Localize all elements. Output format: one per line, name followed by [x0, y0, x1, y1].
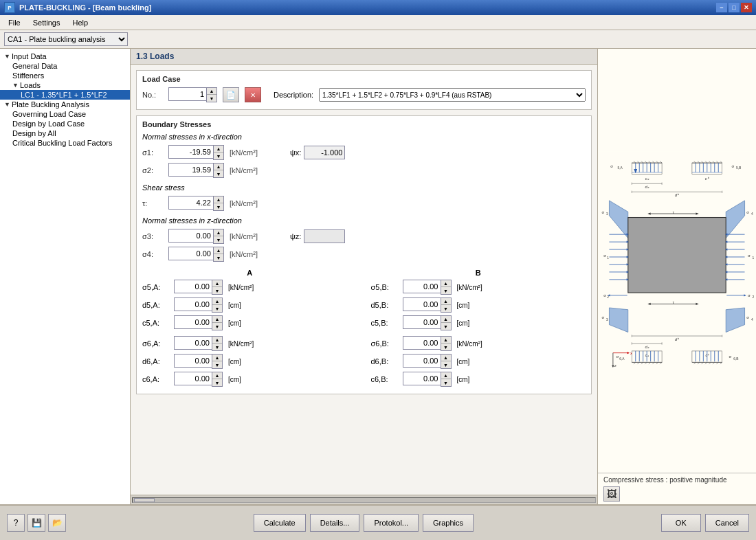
no-up[interactable]: ▲ — [207, 88, 216, 95]
psiz-input[interactable] — [304, 229, 345, 243]
d5a-down[interactable]: ▼ — [212, 305, 222, 312]
graphics-export-btn[interactable]: 🖼 — [603, 486, 620, 502]
sigma1-down[interactable]: ▼ — [214, 153, 223, 159]
menu-settings[interactable]: Settings — [27, 17, 66, 28]
horizontal-scrollbar[interactable] — [131, 495, 597, 504]
sigma4-up[interactable]: ▲ — [214, 247, 223, 254]
sigma4-spinner[interactable]: ▲ ▼ — [168, 247, 224, 262]
tau-up[interactable]: ▲ — [214, 196, 223, 203]
d5b-down[interactable]: ▼ — [441, 305, 451, 312]
sigma5b-spinner[interactable]: ▲ ▼ — [403, 280, 452, 295]
ok-button[interactable]: OK — [661, 514, 701, 532]
delete-load-case-btn[interactable]: ✕ — [245, 87, 261, 102]
tau-input[interactable] — [168, 196, 213, 210]
sigma5b-up[interactable]: ▲ — [441, 280, 451, 287]
sigma3-down[interactable]: ▼ — [214, 236, 223, 243]
save-btn[interactable]: 💾 — [27, 514, 45, 532]
sidebar-item-input-data[interactable]: ▼ Input Data — [0, 52, 130, 61]
sigma1-input[interactable] — [168, 145, 213, 159]
sigma6b-up[interactable]: ▲ — [441, 337, 451, 344]
sidebar-item-critical-buckling[interactable]: Critical Buckling Load Factors — [0, 138, 130, 148]
sigma6b-down[interactable]: ▼ — [441, 344, 451, 350]
sigma2-spinner[interactable]: ▲ ▼ — [168, 163, 224, 178]
sigma2-down[interactable]: ▼ — [214, 170, 223, 177]
sigma5b-down[interactable]: ▼ — [441, 287, 451, 294]
sidebar-item-design-load[interactable]: Design by Load Case — [0, 119, 130, 128]
c5a-down[interactable]: ▼ — [212, 323, 222, 330]
desc-select[interactable]: 1.35*LF1 + 1.5*LF2 + 0.75*LF3 + 0.9*LF4 … — [319, 88, 586, 102]
c5a-up[interactable]: ▲ — [212, 316, 222, 323]
c5b-spinner[interactable]: ▲ ▼ — [403, 315, 452, 330]
sigma3-input[interactable] — [168, 229, 213, 243]
menu-help[interactable]: Help — [67, 17, 93, 28]
sigma6b-input[interactable] — [403, 336, 441, 350]
c6a-input[interactable] — [174, 372, 212, 385]
sigma6a-down[interactable]: ▼ — [212, 344, 222, 350]
calculate-button[interactable]: Calculate — [254, 514, 306, 532]
c5a-input[interactable] — [174, 315, 212, 329]
analysis-select[interactable]: CA1 - Plate buckling analysis — [4, 32, 128, 46]
sigma4-down[interactable]: ▼ — [214, 254, 223, 261]
sigma6b-spinner[interactable]: ▲ ▼ — [403, 336, 452, 351]
sigma1-up[interactable]: ▲ — [214, 146, 223, 153]
sigma5a-spinner[interactable]: ▲ ▼ — [174, 280, 223, 295]
d5a-input[interactable] — [174, 297, 212, 311]
protokol-button[interactable]: Protokol... — [364, 514, 419, 532]
new-load-case-btn[interactable]: 📄 — [223, 87, 239, 102]
d5b-input[interactable] — [403, 297, 441, 311]
tau-down[interactable]: ▼ — [214, 203, 223, 210]
d6b-spinner[interactable]: ▲ ▼ — [403, 354, 452, 369]
d6a-input[interactable] — [174, 354, 212, 368]
sigma3-up[interactable]: ▲ — [214, 229, 223, 236]
c6b-input[interactable] — [403, 372, 441, 385]
sigma5b-input[interactable] — [403, 280, 441, 293]
c5b-input[interactable] — [403, 315, 441, 329]
sigma3-spinner[interactable]: ▲ ▼ — [168, 229, 224, 244]
sigma6a-up[interactable]: ▲ — [212, 337, 222, 344]
sidebar-item-stiffeners[interactable]: Stiffeners — [0, 71, 130, 80]
close-button[interactable]: ✕ — [741, 3, 752, 12]
c6b-spinner[interactable]: ▲ ▼ — [403, 372, 452, 387]
graphics-button[interactable]: Graphics — [423, 514, 474, 532]
c5b-down[interactable]: ▼ — [441, 323, 451, 330]
sidebar-item-plate-buckling[interactable]: ▼ Plate Buckling Analysis — [0, 100, 130, 109]
sigma6a-input[interactable] — [174, 336, 212, 350]
no-input[interactable] — [168, 87, 206, 101]
d6b-input[interactable] — [403, 354, 441, 368]
tau-spinner[interactable]: ▲ ▼ — [168, 196, 224, 211]
sidebar-item-loads[interactable]: ▼ Loads — [0, 80, 130, 90]
d6a-down[interactable]: ▼ — [212, 361, 222, 368]
d6b-up[interactable]: ▲ — [441, 355, 451, 361]
d6a-up[interactable]: ▲ — [212, 355, 222, 361]
sidebar-item-general-data[interactable]: General Data — [0, 61, 130, 71]
sigma5a-down[interactable]: ▼ — [212, 287, 222, 294]
no-down[interactable]: ▼ — [207, 95, 216, 102]
d5a-spinner[interactable]: ▲ ▼ — [174, 297, 223, 313]
d6a-spinner[interactable]: ▲ ▼ — [174, 354, 223, 369]
sidebar-item-design-all[interactable]: Design by All — [0, 128, 130, 138]
sidebar-item-lc1[interactable]: LC1 - 1.35*LF1 + 1.5*LF2 — [0, 90, 130, 100]
open-btn[interactable]: 📂 — [48, 514, 66, 532]
c6a-spinner[interactable]: ▲ ▼ — [174, 372, 223, 387]
c6b-down[interactable]: ▼ — [441, 379, 451, 386]
no-spinner[interactable]: ▲ ▼ — [168, 87, 217, 102]
d6b-down[interactable]: ▼ — [441, 361, 451, 368]
c6a-up[interactable]: ▲ — [212, 372, 222, 379]
minimize-button[interactable]: − — [716, 3, 727, 12]
help-btn[interactable]: ? — [7, 514, 25, 532]
maximize-button[interactable]: □ — [729, 3, 740, 12]
c5b-up[interactable]: ▲ — [441, 316, 451, 323]
sigma2-input[interactable] — [168, 163, 213, 177]
d5b-spinner[interactable]: ▲ ▼ — [403, 297, 452, 313]
d5a-up[interactable]: ▲ — [212, 298, 222, 305]
sigma4-input[interactable] — [168, 247, 213, 260]
sigma6a-spinner[interactable]: ▲ ▼ — [174, 336, 223, 351]
cancel-button[interactable]: Cancel — [705, 514, 749, 532]
c5a-spinner[interactable]: ▲ ▼ — [174, 315, 223, 330]
sigma5a-up[interactable]: ▲ — [212, 280, 222, 287]
c6b-up[interactable]: ▲ — [441, 372, 451, 379]
menu-file[interactable]: File — [3, 17, 26, 28]
sigma5a-input[interactable] — [174, 280, 212, 293]
psix-input[interactable] — [304, 146, 345, 159]
sigma2-up[interactable]: ▲ — [214, 164, 223, 170]
